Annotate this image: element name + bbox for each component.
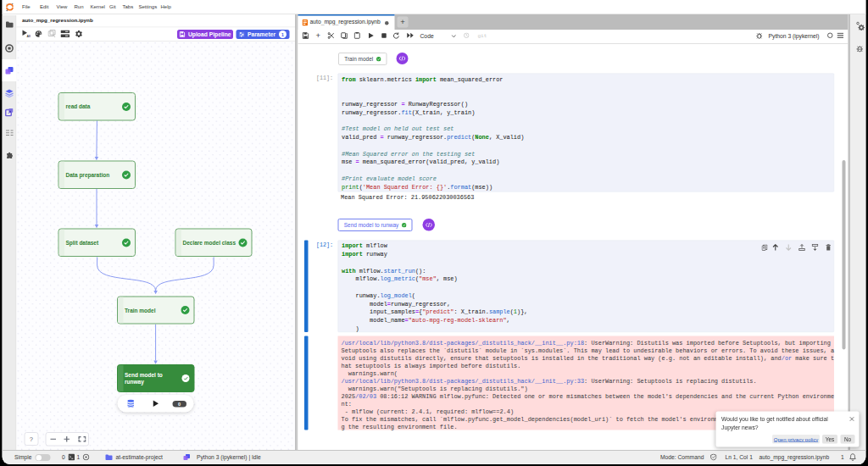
svg-text:All: All [27, 35, 31, 38]
